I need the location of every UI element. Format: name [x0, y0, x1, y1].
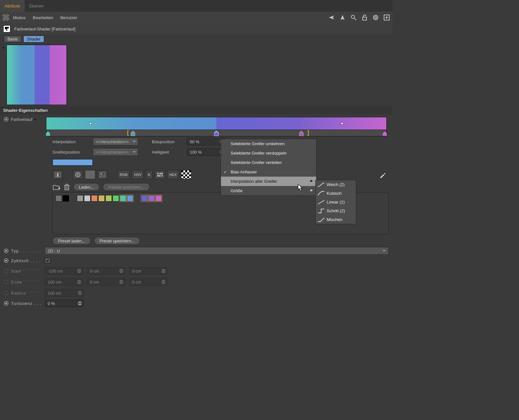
selected-knot-color[interactable] — [53, 159, 93, 166]
bias-dot[interactable] — [89, 122, 92, 125]
ctx-distribute-handles[interactable]: Selektierte Greifer verteilen — [221, 158, 316, 167]
gradient-knot[interactable] — [131, 131, 135, 136]
radius-field[interactable]: 100 cm — [45, 289, 84, 297]
rgb-mode-button[interactable]: RGB — [117, 170, 130, 179]
svg-point-2 — [351, 15, 355, 18]
swatch[interactable] — [98, 195, 105, 202]
trash-icon[interactable] — [64, 183, 70, 191]
kelvin-mode-button[interactable]: K — [146, 170, 153, 179]
turbulenz-field[interactable]: 0 % — [45, 299, 84, 307]
ende-x-field[interactable]: 100 cm — [45, 278, 83, 286]
start-x-field[interactable]: -100 cm — [45, 267, 83, 275]
disclosure-icon[interactable]: ▼ — [2, 46, 5, 50]
svg-marker-1 — [341, 15, 344, 20]
label-gradient: Farbverlauf▼ — [11, 117, 43, 122]
gradient-knot[interactable] — [214, 131, 219, 136]
color-wheel-rect-icon[interactable] — [53, 170, 63, 179]
label-ende: Ende . . . . . . . — [11, 277, 42, 287]
new-panel-icon[interactable] — [383, 14, 390, 21]
eyedropper-icon[interactable] — [379, 171, 387, 179]
start-z-field[interactable]: 0 cm — [129, 267, 167, 275]
anim-dot[interactable] — [4, 249, 8, 253]
gradient-handle-track[interactable]: [ ] — [46, 130, 387, 136]
swatch[interactable] — [105, 195, 112, 202]
menu-bar: Modus Bearbeiten Benutzer — [0, 12, 392, 23]
object-title-row: Farbverlauf-Shader [Farbverlauf] — [0, 23, 392, 34]
bias-dot[interactable] — [341, 122, 344, 125]
hex-mode-button[interactable]: HEX — [167, 170, 179, 179]
zyklisch-checkbox[interactable]: ✓ — [45, 258, 51, 263]
menu-bearbeiten[interactable]: Bearbeiten — [33, 15, 53, 20]
menu-benutzer[interactable]: Benutzer — [60, 15, 77, 20]
target-icon[interactable] — [372, 14, 379, 21]
svg-point-5 — [373, 15, 378, 20]
chevron-down-icon[interactable]: ▼ — [34, 118, 37, 121]
tab-attribute[interactable]: Attribute — [0, 0, 25, 12]
ctx-double-handles[interactable]: Selektierte Greifer verdoppeln — [221, 148, 316, 158]
swatch[interactable] — [120, 195, 126, 202]
typ-select[interactable]: 2D - U — [45, 247, 389, 255]
nav-back-icon[interactable] — [328, 14, 335, 21]
sub-weich[interactable]: Weich (2) — [316, 180, 356, 189]
sub-schritt[interactable]: Schritt (2) — [316, 206, 356, 215]
gradient-knot[interactable] — [299, 131, 304, 136]
swatch[interactable] — [77, 195, 83, 202]
menu-modus[interactable]: Modus — [13, 15, 26, 20]
subtab-shader[interactable]: Shader — [23, 36, 44, 42]
object-title: Farbverlauf-Shader [Farbverlauf] — [14, 27, 76, 31]
lock-icon[interactable] — [361, 14, 368, 21]
swatch[interactable] — [127, 195, 133, 202]
anim-dot[interactable] — [4, 301, 8, 306]
swatches-icon[interactable] — [181, 170, 191, 179]
svg-rect-23 — [161, 175, 162, 177]
ctx-invert-handles[interactable]: Selektierte Greifer umkehren — [221, 139, 316, 148]
preset-save-button[interactable]: Preset speichern... — [94, 237, 140, 245]
color-spectrum-icon[interactable] — [85, 170, 95, 179]
image-picker-icon[interactable] — [97, 170, 108, 179]
biasposition-field[interactable]: 50 % — [187, 138, 226, 146]
swatch[interactable] — [113, 195, 119, 202]
color-wheel-icon[interactable] — [73, 170, 83, 179]
ende-y-field[interactable]: 0 cm — [87, 278, 125, 286]
gradient-knot[interactable] — [46, 131, 50, 136]
save-palette-button[interactable]: Palette speichern... — [103, 183, 150, 191]
sub-mischen[interactable]: Mischen — [316, 215, 356, 224]
load-button[interactable]: Laden... — [73, 183, 100, 191]
mixer-icon[interactable] — [155, 170, 165, 179]
anim-dot — [4, 280, 8, 284]
swatch-none[interactable] — [55, 195, 62, 202]
preset-load-button[interactable]: Preset laden... — [53, 237, 91, 245]
param-gradient: Farbverlauf▼ [ ] — [4, 117, 389, 136]
ende-z-field[interactable]: 0 cm — [129, 278, 167, 286]
swatch[interactable] — [84, 195, 91, 202]
tab-ebenen[interactable]: Ebenen — [25, 0, 48, 12]
selection-bracket-left: [ — [127, 129, 129, 136]
gradient-bar[interactable] — [46, 117, 387, 130]
swatch[interactable] — [141, 195, 148, 202]
swatch[interactable] — [148, 195, 155, 202]
gradient-knot[interactable] — [382, 131, 387, 136]
handle-position-field[interactable]: <<Verschieden>> — [93, 148, 138, 156]
start-y-field[interactable]: 0 cm — [87, 267, 125, 275]
grid-icon[interactable] — [3, 14, 9, 21]
hsv-mode-button[interactable]: HSV — [132, 170, 144, 179]
swatch[interactable] — [63, 195, 69, 202]
add-folder-icon[interactable] — [53, 183, 60, 191]
swatch[interactable] — [155, 195, 162, 202]
interpolation-select[interactable]: <<Verschieden>> — [93, 138, 138, 146]
brightness-field[interactable]: 100 % — [187, 148, 226, 156]
gradient-preview[interactable] — [6, 45, 67, 105]
label-brightness: Helligkeit — [152, 150, 183, 155]
subtab-basis[interactable]: Basis — [4, 36, 21, 42]
nav-up-icon[interactable] — [339, 14, 346, 21]
anim-dot[interactable] — [4, 258, 8, 263]
svg-rect-21 — [157, 175, 163, 177]
search-icon[interactable] — [350, 14, 357, 21]
svg-marker-12 — [56, 173, 59, 174]
sub-linear[interactable]: Linear (1) — [316, 198, 356, 206]
svg-point-6 — [375, 17, 377, 18]
ctx-bias-handle[interactable]: Bias-Anfasser — [221, 167, 316, 177]
anim-dot-gradient[interactable] — [4, 117, 8, 122]
swatch[interactable] — [91, 195, 98, 202]
sub-kubisch[interactable]: Kubisch — [316, 189, 356, 198]
